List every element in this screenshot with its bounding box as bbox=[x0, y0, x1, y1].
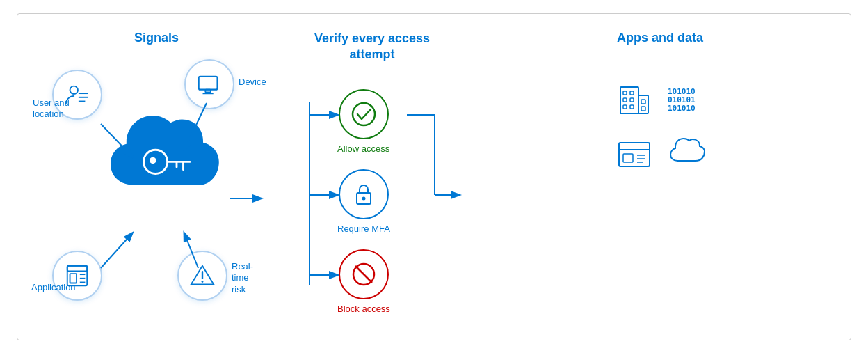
svg-rect-46 bbox=[630, 105, 634, 109]
allow-access-item: Allow access bbox=[337, 89, 389, 154]
device-label: Device bbox=[239, 77, 266, 87]
apps-title: Apps and data bbox=[617, 31, 703, 45]
svg-rect-6 bbox=[205, 89, 211, 92]
svg-point-36 bbox=[362, 197, 365, 201]
svg-point-0 bbox=[70, 86, 78, 93]
application-circle bbox=[52, 251, 102, 301]
svg-rect-45 bbox=[623, 105, 627, 109]
apps-section: Apps and data bbox=[483, 21, 837, 333]
user-location-label: User andlocation bbox=[33, 97, 70, 121]
svg-point-16 bbox=[202, 281, 204, 283]
diagram-wrapper: Signals User andlocation Device bbox=[17, 13, 851, 340]
building-icon bbox=[615, 80, 654, 122]
svg-rect-55 bbox=[623, 154, 633, 162]
signals-title: Signals bbox=[87, 31, 226, 45]
svg-point-34 bbox=[353, 103, 375, 125]
svg-text:101010: 101010 bbox=[668, 104, 696, 113]
block-circle bbox=[339, 249, 389, 299]
application-label: Application bbox=[31, 282, 76, 292]
svg-rect-42 bbox=[630, 91, 634, 95]
binary-data-icon: 101010 010101 101010 bbox=[666, 80, 705, 122]
svg-rect-4 bbox=[199, 76, 218, 89]
realtime-risk-circle bbox=[177, 251, 227, 301]
block-access-item: Block access bbox=[337, 249, 390, 314]
cloud-with-key bbox=[97, 111, 223, 202]
svg-rect-43 bbox=[623, 98, 627, 102]
svg-rect-44 bbox=[630, 98, 634, 102]
require-circle bbox=[339, 169, 389, 219]
device-circle bbox=[184, 59, 234, 109]
svg-line-24 bbox=[101, 233, 132, 268]
svg-rect-47 bbox=[641, 100, 645, 104]
block-label: Block access bbox=[337, 304, 390, 314]
realtime-risk-label: Real-timerisk bbox=[232, 261, 268, 297]
allow-circle bbox=[339, 89, 389, 139]
app-window-icon bbox=[615, 134, 654, 176]
allow-label: Allow access bbox=[337, 143, 389, 154]
signals-section: Signals User andlocation Device bbox=[31, 21, 268, 333]
require-label: Require MFA bbox=[337, 223, 390, 234]
apps-icons-grid: 101010 010101 101010 bbox=[615, 80, 705, 176]
svg-line-38 bbox=[355, 266, 372, 283]
require-mfa-item: Require MFA bbox=[337, 169, 390, 234]
svg-rect-41 bbox=[623, 91, 627, 95]
verify-section: Verify every accessattempt bbox=[275, 21, 469, 333]
svg-rect-9 bbox=[67, 265, 88, 271]
cloud-icon bbox=[666, 134, 705, 176]
svg-point-21 bbox=[150, 157, 156, 164]
svg-rect-48 bbox=[641, 107, 645, 111]
verify-title: Verify every accessattempt bbox=[314, 31, 430, 63]
